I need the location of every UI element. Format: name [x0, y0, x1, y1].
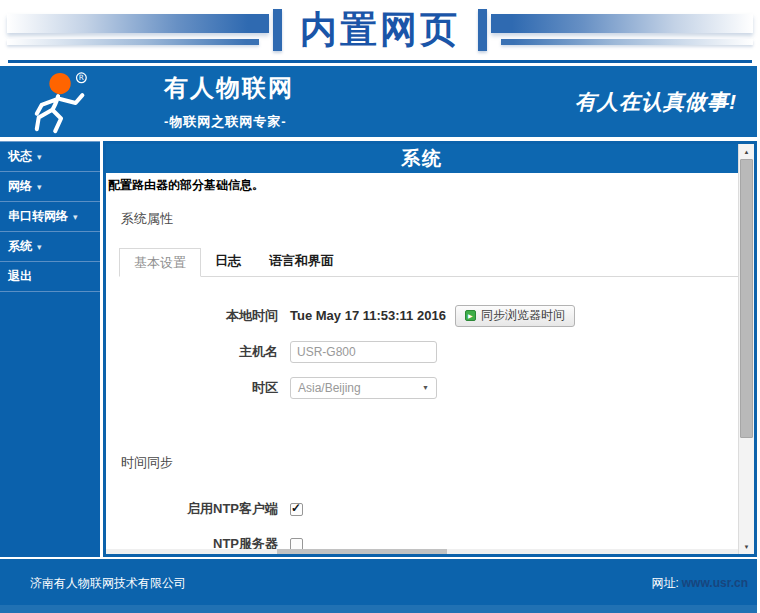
hostname-label: 主机名 [106, 343, 278, 361]
chevron-down-icon: ▾ [37, 182, 42, 192]
sidebar-item-serial-to-network[interactable]: 串口转网络 ▾ [0, 202, 100, 232]
tab-basic-settings[interactable]: 基本设置 [119, 248, 201, 277]
banner-title: 内置网页 [300, 5, 460, 55]
sync-icon: ▶ [465, 310, 476, 321]
timezone-row: 时区 Asia/Beijing ▼ [106, 375, 738, 400]
horizontal-scrollbar-thumb[interactable] [277, 549, 448, 554]
sidebar-item-status[interactable]: 状态 ▾ [0, 142, 100, 172]
banner-bar-left [7, 14, 269, 33]
sidebar-item-label: 退出 [8, 268, 32, 285]
footer-website-label: 网址: [651, 575, 678, 592]
usr-logo-icon: R [22, 70, 102, 134]
timezone-selected-value: Asia/Beijing [298, 381, 361, 395]
sync-browser-time-button[interactable]: ▶ 同步浏览器时间 [455, 305, 575, 327]
brand-title: 有人物联网 [164, 72, 294, 104]
hostname-input[interactable] [290, 341, 437, 363]
banner-cap-right [478, 9, 487, 51]
app-header: R 有人物联网 -物联网之联网专家- 有人在认真做事! [0, 66, 757, 137]
footer-website-link[interactable]: www.usr.cn [682, 576, 748, 590]
footer: 济南有人物联网技术有限公司 网址: www.usr.cn [0, 559, 757, 613]
sidebar-item-system[interactable]: 系统 ▾ [0, 232, 100, 262]
top-banner: 内置网页 [0, 0, 760, 60]
basic-settings-form: 本地时间 Tue May 17 11:53:11 2016 ▶ 同步浏览器时间 … [106, 303, 738, 400]
tab-language-interface[interactable]: 语言和界面 [255, 247, 348, 276]
ntp-client-label: 启用NTP客户端 [106, 500, 278, 518]
page-description: 配置路由器的部分基础信息。 [106, 173, 738, 194]
sidebar-item-exit[interactable]: 退出 [0, 262, 100, 292]
local-time-value: Tue May 17 11:53:11 2016 [290, 308, 446, 323]
banner-decor-left [7, 7, 269, 53]
main-row: 状态 ▾ 网络 ▾ 串口转网络 ▾ 系统 ▾ 退出 系统 配置路由器的部分基础 [0, 141, 760, 557]
vertical-scrollbar-thumb[interactable] [740, 159, 753, 438]
chevron-down-icon: ▾ [37, 242, 42, 252]
sidebar-item-label: 状态 [8, 148, 32, 165]
banner-thinbar-left [7, 39, 259, 45]
sidebar-item-network[interactable]: 网络 ▾ [0, 172, 100, 202]
timezone-label: 时区 [106, 379, 278, 397]
dropdown-arrow-icon: ▼ [422, 384, 429, 391]
page-title: 系统 [106, 144, 738, 173]
footer-company: 济南有人物联网技术有限公司 [30, 575, 186, 592]
sync-button-label: 同步浏览器时间 [481, 307, 565, 324]
sidebar-item-label: 系统 [8, 238, 32, 255]
svg-text:R: R [79, 73, 84, 82]
brand-slogan: 有人在认真做事! [575, 88, 737, 116]
hostname-row: 主机名 [106, 339, 738, 364]
tab-log[interactable]: 日志 [201, 247, 255, 276]
local-time-row: 本地时间 Tue May 17 11:53:11 2016 ▶ 同步浏览器时间 [106, 303, 738, 328]
vertical-scrollbar[interactable]: ▲ ▼ [738, 144, 754, 554]
section-time-sync: 时间同步 [121, 454, 738, 472]
sidebar-item-label: 串口转网络 [8, 208, 68, 225]
timezone-select[interactable]: Asia/Beijing ▼ [290, 377, 437, 399]
tab-bar: 基本设置 日志 语言和界面 [119, 248, 738, 277]
sidebar-item-label: 网络 [8, 178, 32, 195]
banner-decor-right [491, 7, 753, 53]
banner-cap-left [273, 9, 282, 51]
scroll-down-icon[interactable]: ▼ [739, 539, 754, 554]
sidebar: 状态 ▾ 网络 ▾ 串口转网络 ▾ 系统 ▾ 退出 [0, 141, 100, 557]
horizontal-scrollbar[interactable] [106, 549, 738, 554]
banner-divider [8, 60, 752, 63]
vertical-scrollbar-track[interactable] [739, 438, 754, 539]
local-time-zone: Tue May 17 11:53:11 2016 ▶ 同步浏览器时间 [290, 305, 575, 327]
content-panel: 系统 配置路由器的部分基础信息。 系统属性 基本设置 日志 语言和界面 本地时间… [103, 141, 757, 557]
page: 内置网页 R 有人物联网 -物联网之联网专家- 有人在认真做事! 状态 [0, 0, 760, 613]
ntp-client-row: 启用NTP客户端 [106, 497, 738, 521]
content-main: 系统 配置路由器的部分基础信息。 系统属性 基本设置 日志 语言和界面 本地时间… [106, 144, 738, 554]
section-system-properties: 系统属性 [121, 210, 738, 228]
footer-website: 网址: www.usr.cn [651, 575, 748, 592]
ntp-client-checkbox[interactable] [290, 503, 303, 516]
chevron-down-icon: ▾ [73, 212, 78, 222]
brand-subtitle: -物联网之联网专家- [164, 113, 294, 131]
brand-block: 有人物联网 -物联网之联网专家- [164, 72, 294, 131]
banner-thinbar-right [501, 39, 753, 45]
banner-bar-right [491, 14, 753, 33]
chevron-down-icon: ▾ [37, 152, 42, 162]
scroll-up-icon[interactable]: ▲ [739, 144, 754, 159]
local-time-label: 本地时间 [106, 307, 278, 325]
